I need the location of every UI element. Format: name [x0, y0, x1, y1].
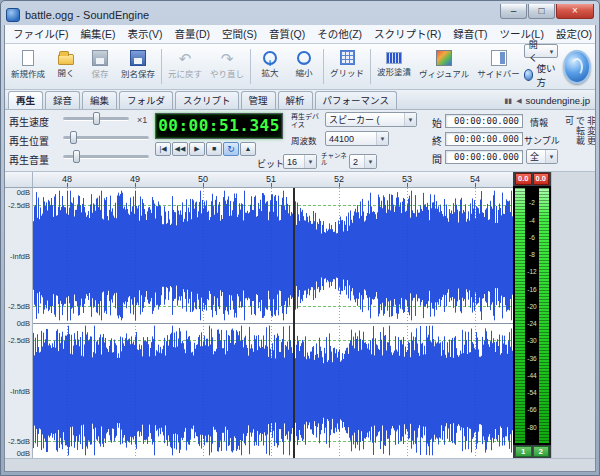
tab-folder[interactable]: フォルダ [119, 91, 173, 109]
chevron-down-icon[interactable] [364, 155, 376, 168]
toolbar-separator [161, 49, 162, 84]
meter-scale-label: -54 [525, 389, 539, 397]
meter-scale-label: -30 [525, 337, 539, 345]
eject-button[interactable]: ▲ [240, 142, 256, 156]
frequency-select[interactable]: 44100 [325, 131, 389, 146]
pause-mini-icon[interactable]: ▮▮ [504, 96, 512, 106]
chevron-down-icon[interactable] [376, 132, 388, 145]
meter-scale: -2-4-6-8-12-16-20-24-30-36-44-54-66-80 [525, 186, 539, 445]
chevron-down-icon[interactable] [304, 155, 316, 168]
tab-record[interactable]: 録音 [45, 91, 80, 109]
visual-button[interactable]: ヴィジュアル [415, 45, 473, 88]
loop-button[interactable]: ↻ [223, 142, 239, 156]
start-time-field[interactable]: 00:00:00.000 [445, 114, 523, 128]
menu-settings[interactable]: 設定(O) [550, 25, 596, 43]
bit-select[interactable]: 16 [283, 154, 317, 169]
tab-analyze[interactable]: 解析 [278, 91, 313, 109]
zoom-out-button[interactable]: 縮小 [287, 45, 321, 88]
save-button-label: 保存 [87, 67, 113, 79]
info-label: 情報 [530, 116, 548, 129]
menu-edit[interactable]: 編集(E) [74, 25, 121, 43]
menu-view[interactable]: 表示(V) [121, 25, 168, 43]
db-axis-label: -InfdB [10, 251, 30, 260]
tab-manage[interactable]: 管理 [241, 91, 276, 109]
zoom-out-icon [297, 51, 311, 65]
channels-label: チャンネル [321, 152, 347, 166]
visual-button-label: ヴィジュアル [419, 67, 469, 79]
ruler-tick [67, 183, 68, 187]
play-button[interactable]: ▶ [189, 142, 205, 156]
volume-label: 再生音量 [9, 152, 61, 167]
start-label: 始 [432, 115, 442, 130]
waveform-plot[interactable] [33, 188, 513, 458]
grid-button[interactable]: グリッド [326, 45, 368, 88]
title-bar[interactable]: battle.ogg - SoundEngine – □ × [4, 4, 596, 25]
bottom-gap [5, 458, 595, 471]
position-label: 再生位置 [9, 133, 61, 148]
channels-select[interactable]: 2 [349, 154, 377, 169]
chevron-down-icon[interactable] [545, 150, 557, 163]
open-dropdown[interactable]: 開く [524, 44, 558, 58]
device-select[interactable]: スピーカー ( [325, 112, 417, 127]
site-link[interactable]: soundengine.jp [526, 95, 590, 106]
window-content: ファイル(F)編集(E)表示(V)音量(D)空間(S)音質(Q)その他(Z)スク… [4, 25, 596, 472]
close-button[interactable]: × [556, 4, 594, 19]
open-button[interactable]: 開く [49, 45, 83, 88]
menu-space[interactable]: 空間(S) [216, 25, 263, 43]
toolbar-separator [370, 49, 371, 84]
save-as-button[interactable]: 別名保存 [117, 45, 159, 88]
position-slider[interactable] [63, 136, 149, 140]
meter-scale-label: -24 [525, 320, 539, 328]
end-time-field[interactable]: 00:00:00.000 [445, 132, 523, 146]
menu-file[interactable]: ファイル(F) [7, 25, 74, 43]
meter-scale-label: -8 [525, 251, 539, 259]
meter-scale-label: -20 [525, 303, 539, 311]
rewind-button[interactable]: ◀◀ [172, 142, 188, 156]
speed-slider[interactable] [63, 117, 129, 121]
time-ruler[interactable]: 48495051525354 [33, 172, 513, 188]
stop-button[interactable]: ■ [206, 142, 222, 156]
prev-mini-icon[interactable]: ◀ [516, 96, 521, 106]
app-icon [6, 8, 20, 22]
menu-volume[interactable]: 音量(D) [168, 25, 216, 43]
level-meters: 0.0 0.0 -2-4-6-8-12-16-20-24-30-36-44-54… [513, 172, 551, 458]
bit-value: 16 [284, 157, 304, 167]
frequency-label: 周波数 [291, 134, 317, 146]
volume-slider-thumb[interactable] [73, 150, 80, 163]
save-icon [92, 50, 108, 66]
volume-slider[interactable] [63, 155, 149, 159]
chevron-down-icon[interactable] [546, 46, 557, 56]
menu-script[interactable]: スクリプト(R) [368, 25, 447, 43]
tab-performance[interactable]: パフォーマンス [315, 91, 397, 109]
position-slider-thumb[interactable] [70, 131, 77, 144]
tab-bar: 再生録音編集フォルダスクリプト管理解析パフォーマンス ▮▮ ◀ soundeng… [5, 90, 595, 110]
tab-edit[interactable]: 編集 [82, 91, 117, 109]
menu-record[interactable]: 録音(T) [447, 25, 493, 43]
maximize-button[interactable]: □ [528, 4, 555, 19]
zoom-in-button[interactable]: 拡大 [253, 45, 287, 88]
menu-quality[interactable]: 音質(Q) [263, 25, 311, 43]
tab-play[interactable]: 再生 [8, 91, 43, 109]
sidebar-button[interactable]: サイドバー [473, 45, 524, 88]
length-time-field[interactable]: 00:00:00.000 [445, 150, 523, 164]
waveform-canvas[interactable] [33, 188, 513, 458]
new-button-label: 新規作成 [11, 67, 45, 79]
skip-start-button[interactable]: |◀ [155, 142, 171, 156]
tab-script[interactable]: スクリプト [175, 91, 239, 109]
peak-value-left: 0.0 [515, 173, 532, 185]
save-button: 保存 [83, 45, 117, 88]
meter-scale-label: -44 [525, 372, 539, 380]
bit-label: ビット [257, 157, 284, 170]
meter-scale-label: -66 [525, 406, 539, 414]
usage-link[interactable]: 使い方 [524, 61, 558, 89]
soundengine-logo-icon[interactable] [563, 50, 591, 84]
speed-slider-thumb[interactable] [93, 112, 100, 125]
chevron-down-icon[interactable] [404, 113, 416, 126]
playback-control-panel: 再生速度 ×1 再生位置 再生音量 00:00:51.345 |◀◀◀▶■↻▲ [5, 110, 595, 172]
range-select[interactable]: 全 [526, 149, 558, 164]
new-button[interactable]: 新規作成 [7, 45, 49, 88]
waveform-fill-button[interactable]: 波形塗潰 [373, 45, 415, 88]
menu-others[interactable]: その他(Z) [311, 25, 368, 43]
meter-bar-right [539, 188, 549, 443]
minimize-button[interactable]: – [500, 4, 527, 19]
